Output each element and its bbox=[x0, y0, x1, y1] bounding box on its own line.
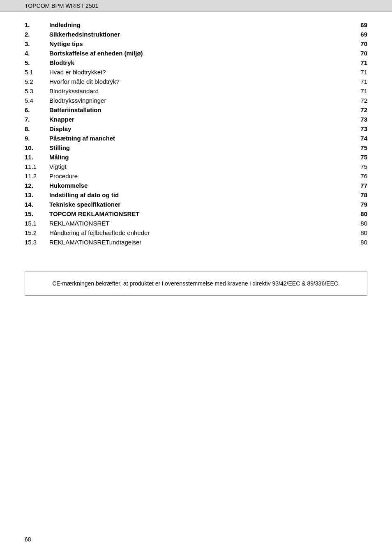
toc-row: 3.Nyttige tips70 bbox=[25, 39, 367, 48]
toc-number: 5.3 bbox=[25, 86, 49, 96]
toc-row: 5.4Blodtrykssvingninger72 bbox=[25, 96, 367, 105]
toc-title: Håndtering af fejlbehæftede enheder bbox=[49, 228, 351, 237]
toc-title: Tekniske specifikationer bbox=[49, 200, 351, 209]
footer-box: CE-mærkningen bekræfter, at produktet er… bbox=[25, 272, 367, 296]
toc-row: 11.Måling75 bbox=[25, 152, 367, 162]
toc-title: Knapper bbox=[49, 115, 351, 124]
header-bar: TOPCOM BPM WRIST 2501 bbox=[0, 0, 392, 12]
toc-row: 5.1Hvad er blodtrykket?71 bbox=[25, 67, 367, 77]
toc-page: 69 bbox=[351, 20, 367, 30]
toc-page: 71 bbox=[351, 58, 367, 67]
toc-page: 71 bbox=[351, 67, 367, 77]
toc-number: 15. bbox=[25, 209, 49, 219]
toc-page: 75 bbox=[351, 162, 367, 171]
toc-title: Blodtryksstandard bbox=[49, 86, 351, 96]
toc-row: 5.2Hvorfor måle dit blodtryk?71 bbox=[25, 77, 367, 86]
toc-page: 69 bbox=[351, 30, 367, 39]
toc-row: 10.Stilling75 bbox=[25, 143, 367, 152]
toc-title: TOPCOM REKLAMATIONSRET bbox=[49, 209, 351, 219]
toc-number: 13. bbox=[25, 190, 49, 200]
toc-row: 13.Indstilling af dato og tid78 bbox=[25, 190, 367, 200]
toc-page: 73 bbox=[351, 115, 367, 124]
toc-title: Påsætning af manchet bbox=[49, 134, 351, 143]
toc-row: 14.Tekniske specifikationer79 bbox=[25, 200, 367, 209]
toc-page: 72 bbox=[351, 105, 367, 115]
toc-number: 8. bbox=[25, 124, 49, 134]
toc-number: 15.1 bbox=[25, 219, 49, 228]
toc-title: Vigtigt bbox=[49, 162, 351, 171]
toc-page: 75 bbox=[351, 143, 367, 152]
toc-title: Indledning bbox=[49, 20, 351, 30]
toc-number: 6. bbox=[25, 105, 49, 115]
toc-row: 9.Påsætning af manchet74 bbox=[25, 134, 367, 143]
toc-number: 1. bbox=[25, 20, 49, 30]
toc-title: Hvad er blodtrykket? bbox=[49, 67, 351, 77]
toc-title: Blodtryk bbox=[49, 58, 351, 67]
toc-title: REKLAMATIONSRET bbox=[49, 219, 351, 228]
toc-page: 78 bbox=[351, 190, 367, 200]
toc-number: 2. bbox=[25, 30, 49, 39]
toc-number: 15.3 bbox=[25, 237, 49, 247]
toc-row: 6.Batteriinstallation72 bbox=[25, 105, 367, 115]
toc-table: 1.Indledning692.Sikkerhedsinstruktioner6… bbox=[25, 20, 367, 247]
toc-number: 12. bbox=[25, 181, 49, 190]
toc-title: Bortskaffelse af enheden (miljø) bbox=[49, 48, 351, 58]
toc-row: 12.Hukommelse77 bbox=[25, 181, 367, 190]
toc-row: 15.1REKLAMATIONSRET80 bbox=[25, 219, 367, 228]
toc-title: Batteriinstallation bbox=[49, 105, 351, 115]
toc-row: 11.1Vigtigt75 bbox=[25, 162, 367, 171]
toc-number: 9. bbox=[25, 134, 49, 143]
toc-page: 70 bbox=[351, 39, 367, 48]
toc-number: 15.2 bbox=[25, 228, 49, 237]
toc-row: 15.TOPCOM REKLAMATIONSRET80 bbox=[25, 209, 367, 219]
toc-page: 74 bbox=[351, 134, 367, 143]
toc-title: Sikkerhedsinstruktioner bbox=[49, 30, 351, 39]
header-title: TOPCOM BPM WRIST 2501 bbox=[25, 2, 98, 9]
toc-page: 80 bbox=[351, 209, 367, 219]
toc-row: 1.Indledning69 bbox=[25, 20, 367, 30]
toc-page: 75 bbox=[351, 152, 367, 162]
toc-number: 5.4 bbox=[25, 96, 49, 105]
toc-title: Display bbox=[49, 124, 351, 134]
toc-row: 7.Knapper73 bbox=[25, 115, 367, 124]
toc-number: 4. bbox=[25, 48, 49, 58]
toc-title: Hvorfor måle dit blodtryk? bbox=[49, 77, 351, 86]
toc-title: Stilling bbox=[49, 143, 351, 152]
toc-page: 73 bbox=[351, 124, 367, 134]
toc-number: 11.1 bbox=[25, 162, 49, 171]
toc-page: 72 bbox=[351, 96, 367, 105]
toc-title: Blodtrykssvingninger bbox=[49, 96, 351, 105]
toc-title: Procedure bbox=[49, 171, 351, 181]
toc-page: 70 bbox=[351, 48, 367, 58]
toc-number: 7. bbox=[25, 115, 49, 124]
toc-title: Måling bbox=[49, 152, 351, 162]
toc-number: 11. bbox=[25, 152, 49, 162]
toc-row: 11.2Procedure76 bbox=[25, 171, 367, 181]
toc-number: 3. bbox=[25, 39, 49, 48]
footer-text: CE-mærkningen bekræfter, at produktet er… bbox=[52, 280, 340, 287]
toc-title: Indstilling af dato og tid bbox=[49, 190, 351, 200]
toc-row: 2.Sikkerhedsinstruktioner69 bbox=[25, 30, 367, 39]
toc-title: Hukommelse bbox=[49, 181, 351, 190]
toc-row: 8.Display73 bbox=[25, 124, 367, 134]
toc-number: 11.2 bbox=[25, 171, 49, 181]
toc-row: 5.3Blodtryksstandard71 bbox=[25, 86, 367, 96]
toc-page: 80 bbox=[351, 237, 367, 247]
toc-page: 77 bbox=[351, 181, 367, 190]
toc-page: 76 bbox=[351, 171, 367, 181]
toc-number: 5.2 bbox=[25, 77, 49, 86]
toc-number: 14. bbox=[25, 200, 49, 209]
toc-row: 15.3REKLAMATIONSRETundtagelser80 bbox=[25, 237, 367, 247]
toc-title: Nyttige tips bbox=[49, 39, 351, 48]
content-area: 1.Indledning692.Sikkerhedsinstruktioner6… bbox=[0, 12, 392, 255]
toc-page: 79 bbox=[351, 200, 367, 209]
toc-number: 5. bbox=[25, 58, 49, 67]
toc-number: 5.1 bbox=[25, 67, 49, 77]
toc-page: 80 bbox=[351, 219, 367, 228]
page-container: TOPCOM BPM WRIST 2501 1.Indledning692.Si… bbox=[0, 0, 392, 555]
toc-number: 10. bbox=[25, 143, 49, 152]
page-number: 68 bbox=[25, 536, 31, 543]
toc-row: 15.2Håndtering af fejlbehæftede enheder8… bbox=[25, 228, 367, 237]
toc-row: 5.Blodtryk71 bbox=[25, 58, 367, 67]
toc-page: 71 bbox=[351, 77, 367, 86]
